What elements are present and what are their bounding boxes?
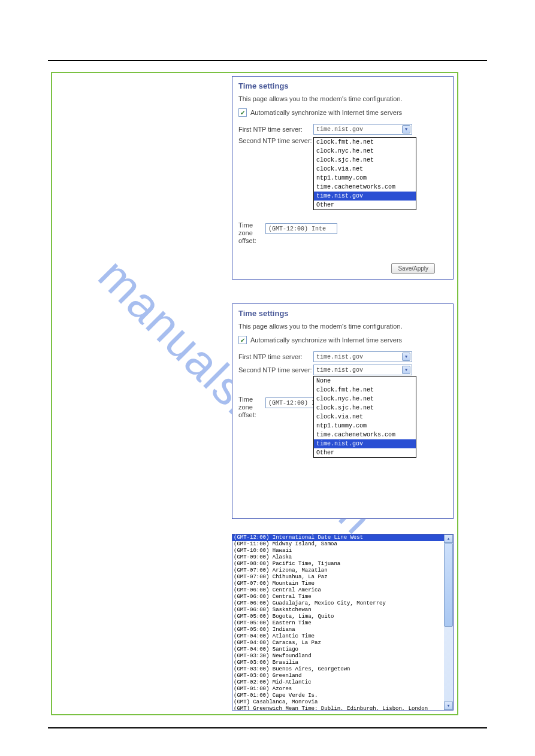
timezone-option[interactable]: (GMT-03:30) Newfoundland (232, 653, 444, 660)
auto-sync-checkbox[interactable]: ✔ (238, 336, 247, 344)
dropdown-option[interactable]: ntp1.tummy.com (314, 421, 416, 430)
first-ntp-select[interactable]: time.nist.gov ▼ (313, 124, 412, 135)
timezone-label: Time zone offset: (238, 396, 265, 419)
second-ntp-label: Second NTP time server: (238, 137, 313, 144)
time-settings-panel-1: Time settings This page allows you to th… (232, 76, 454, 280)
timezone-option[interactable]: (GMT-07:00) Arizona, Mazatlan (232, 567, 444, 574)
chevron-down-icon: ▼ (402, 125, 410, 133)
dropdown-option[interactable]: clock.fmt.he.net (314, 138, 416, 147)
first-ntp-select[interactable]: time.nist.gov ▼ (313, 351, 412, 362)
divider-bottom (48, 727, 487, 728)
dropdown-option[interactable]: clock.nyc.he.net (314, 394, 416, 403)
panel-title: Time settings (238, 81, 447, 90)
timezone-option[interactable]: (GMT-02:00) Mid-Atlantic (232, 679, 444, 686)
time-settings-panel-2: Time settings This page allows you to th… (232, 303, 454, 519)
second-ntp-dropdown-open[interactable]: Noneclock.fmt.he.netclock.nyc.he.netcloc… (313, 376, 416, 458)
dropdown-option[interactable]: time.nist.gov (314, 439, 416, 448)
dropdown-option[interactable]: time.cachenetworks.com (314, 183, 416, 192)
second-ntp-dropdown-open[interactable]: clock.fmt.he.netclock.nyc.he.netclock.sj… (313, 137, 416, 210)
dropdown-option[interactable]: None (314, 377, 416, 385)
timezone-option[interactable]: (GMT-05:00) Indiana (232, 627, 444, 633)
timezone-option[interactable]: (GMT-04:00) Caracas, La Paz (232, 640, 444, 646)
panel-description: This page allows you to the modem's time… (238, 323, 447, 330)
timezone-option[interactable]: (GMT-06:00) Saskatchewan (232, 607, 444, 614)
timezone-option[interactable]: (GMT-05:00) Eastern Time (232, 620, 444, 627)
timezone-option[interactable]: (GMT-06:00) Guadalajara, Mexico City, Mo… (232, 600, 444, 607)
dropdown-option[interactable]: clock.via.net (314, 165, 416, 174)
timezone-option[interactable]: (GMT-06:00) Central Time (232, 594, 444, 600)
timezone-option[interactable]: (GMT-03:00) Brasilia (232, 660, 444, 666)
scrollbar-thumb[interactable] (444, 543, 453, 627)
timezone-option[interactable]: (GMT-08:00) Pacific Time, Tijuana (232, 561, 444, 567)
timezone-option[interactable]: (GMT) Greenwich Mean Time: Dublin, Edinb… (232, 706, 444, 710)
chevron-down-icon: ▼ (402, 366, 410, 374)
timezone-select[interactable]: (GMT-12:00) Inte (265, 223, 337, 234)
auto-sync-label: Automatically synchronize with Internet … (250, 336, 402, 344)
timezone-option[interactable]: (GMT-12:00) International Date Line West (232, 535, 444, 541)
second-ntp-label: Second NTP time server: (238, 366, 313, 374)
timezone-option[interactable]: (GMT-09:00) Alaska (232, 554, 444, 561)
timezone-option[interactable]: (GMT-05:00) Bogota, Lima, Quito (232, 614, 444, 620)
dropdown-option[interactable]: ntp1.tummy.com (314, 174, 416, 183)
dropdown-option[interactable]: Other (314, 448, 416, 457)
auto-sync-label: Automatically synchronize with Internet … (250, 109, 402, 116)
timezone-option[interactable]: (GMT-01:00) Cape Verde Is. (232, 693, 444, 699)
save-apply-button[interactable]: Save/Apply (391, 263, 435, 274)
first-ntp-label: First NTP time server: (238, 126, 313, 133)
panel-description: This page allows you to the modem's time… (238, 95, 447, 102)
second-ntp-select[interactable]: time.nist.gov ▼ (313, 365, 412, 375)
dropdown-option[interactable]: clock.sjc.he.net (314, 156, 416, 165)
timezone-list-panel: (GMT-12:00) International Date Line West… (232, 534, 454, 711)
timezone-option[interactable]: (GMT-04:00) Atlantic Time (232, 633, 444, 640)
timezone-option[interactable]: (GMT-03:00) Buenos Aires, Georgetown (232, 666, 444, 673)
timezone-option[interactable]: (GMT-10:00) Hawaii (232, 548, 444, 554)
dropdown-option[interactable]: clock.via.net (314, 412, 416, 421)
timezone-option[interactable]: (GMT) Casablanca, Monrovia (232, 699, 444, 706)
timezone-listbox[interactable]: (GMT-12:00) International Date Line West… (232, 535, 444, 710)
chevron-down-icon: ▼ (402, 353, 410, 361)
timezone-label: Time zone offset: (238, 221, 265, 245)
timezone-option[interactable]: (GMT-04:00) Santiago (232, 646, 444, 653)
scroll-down-icon[interactable]: ▼ (444, 702, 453, 710)
timezone-option[interactable]: (GMT-07:00) Mountain Time (232, 581, 444, 587)
panel-title: Time settings (238, 309, 447, 318)
first-ntp-label: First NTP time server: (238, 353, 313, 360)
timezone-option[interactable]: (GMT-07:00) Chihuahua, La Paz (232, 574, 444, 581)
scrollbar[interactable]: ▲ ▼ (444, 535, 453, 710)
dropdown-option[interactable]: clock.nyc.he.net (314, 147, 416, 156)
timezone-option[interactable]: (GMT-11:00) Midway Island, Samoa (232, 541, 444, 548)
scroll-up-icon[interactable]: ▲ (444, 535, 453, 543)
auto-sync-checkbox[interactable]: ✔ (238, 108, 247, 117)
timezone-option[interactable]: (GMT-03:00) Greenland (232, 673, 444, 679)
dropdown-option[interactable]: Other (314, 201, 416, 210)
divider-top (48, 60, 487, 61)
dropdown-option[interactable]: time.nist.gov (314, 192, 416, 201)
dropdown-option[interactable]: clock.fmt.he.net (314, 385, 416, 394)
figure-frame: manualslive.com Time settings This page … (51, 72, 458, 715)
dropdown-option[interactable]: time.cachenetworks.com (314, 430, 416, 439)
timezone-option[interactable]: (GMT-01:00) Azores (232, 686, 444, 693)
dropdown-option[interactable]: clock.sjc.he.net (314, 403, 416, 412)
timezone-option[interactable]: (GMT-06:00) Central America (232, 587, 444, 594)
